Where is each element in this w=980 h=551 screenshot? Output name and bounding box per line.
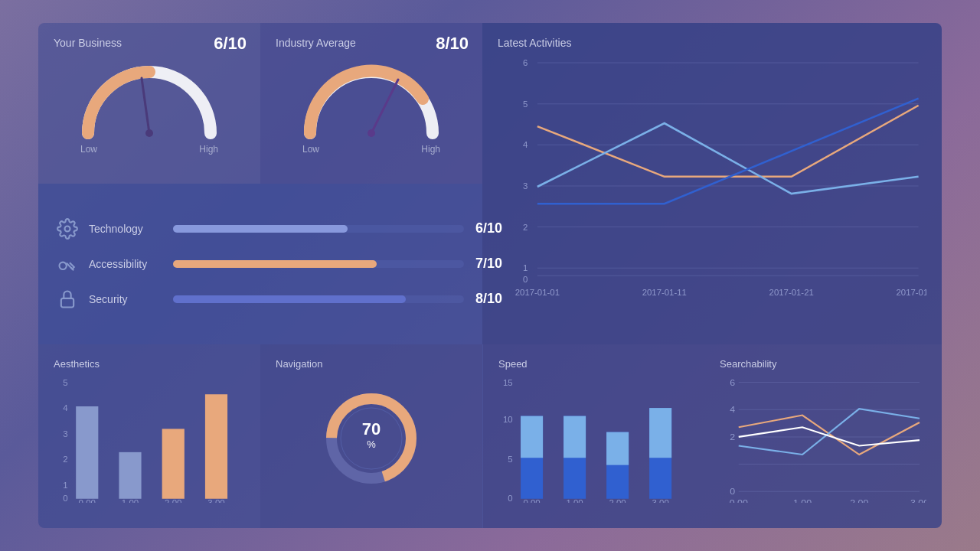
security-label: Security (89, 293, 173, 305)
gauge-labels: Low High (80, 144, 218, 155)
svg-text:2017-01-01: 2017-01-01 (515, 288, 560, 297)
svg-text:5: 5 (523, 99, 528, 109)
bar-0 (76, 406, 98, 499)
searchability-card: Searchability 6 4 2 0 0.00 1.00 2.00 3.0… (704, 344, 942, 528)
svg-text:2: 2 (523, 223, 528, 232)
bar-3 (205, 394, 227, 499)
your-business-gauge: Low High (54, 57, 245, 155)
speed-bar-top-1 (564, 416, 586, 458)
svg-text:3.00: 3.00 (207, 498, 224, 503)
donut-container: 70 % (276, 374, 467, 503)
metric-accessibility: Accessibility 7/10 (57, 253, 464, 275)
security-bar-fill (173, 295, 406, 303)
svg-point-1 (145, 129, 153, 137)
gear-icon (57, 218, 78, 240)
svg-text:1.00: 1.00 (122, 498, 139, 503)
svg-line-2 (371, 80, 398, 133)
svg-text:5: 5 (63, 378, 67, 387)
your-business-card: Your Business 6/10 Low High (38, 23, 260, 184)
searchability-title: Searchability (720, 358, 926, 370)
svg-text:1: 1 (63, 481, 67, 490)
accessibility-bar-fill (173, 260, 377, 268)
latest-activities-title: Latest Activities (498, 37, 926, 49)
lock-icon (57, 289, 78, 310)
accessibility-label: Accessibility (89, 258, 173, 270)
speed-bar-top-0 (521, 416, 543, 458)
svg-text:6: 6 (730, 377, 735, 388)
svg-line-0 (142, 78, 149, 133)
svg-text:2.00: 2.00 (850, 498, 868, 503)
metric-security: Security 8/10 (57, 289, 464, 310)
aesthetics-title: Aesthetics (54, 358, 245, 370)
industry-gauge-labels: Low High (302, 144, 440, 155)
industry-avg-score: 8/10 (436, 34, 469, 54)
svg-text:3: 3 (63, 429, 67, 439)
donut-chart: 70 % (318, 385, 425, 492)
gauge-svg (77, 57, 222, 141)
svg-text:3.00: 3.00 (652, 498, 669, 503)
svg-text:15: 15 (503, 378, 513, 387)
technology-score: 6/10 (475, 220, 502, 236)
speed-bar-top-2 (606, 432, 629, 465)
svg-text:1.00: 1.00 (567, 498, 583, 503)
svg-point-23 (60, 262, 67, 269)
svg-text:0: 0 (63, 494, 67, 503)
svg-text:0: 0 (508, 494, 512, 503)
svg-text:1: 1 (523, 263, 528, 272)
svg-text:0.00: 0.00 (79, 498, 96, 503)
navigation-card: Navigation 70 % (260, 344, 482, 528)
speed-card: Speed 15 10 5 0 0.00 1.00 2.00 3.00 (482, 344, 704, 528)
dashboard: Your Business 6/10 Low High Industry Ave… (38, 23, 942, 528)
technology-bar: 6/10 (173, 225, 464, 233)
svg-point-22 (65, 227, 70, 232)
bar-2 (162, 429, 185, 498)
speed-title: Speed (498, 358, 689, 370)
technology-label: Technology (89, 223, 173, 235)
svg-text:4: 4 (730, 405, 735, 416)
svg-text:0: 0 (523, 276, 528, 285)
industry-avg-card: Industry Average 8/10 Low High (260, 23, 482, 184)
accessibility-score: 7/10 (475, 256, 502, 272)
gauge-high: High (199, 144, 218, 155)
latest-activities-chart: 6 5 4 3 2 1 0 2017-01-01 2017-01-11 2017… (498, 55, 926, 318)
svg-text:2.00: 2.00 (165, 498, 181, 503)
speed-bar-top-3 (649, 408, 671, 458)
svg-text:0.00: 0.00 (730, 498, 748, 503)
svg-text:2.00: 2.00 (609, 498, 626, 503)
searchability-chart: 6 4 2 0 0.00 1.00 2.00 3.00 (720, 374, 926, 503)
svg-text:3: 3 (523, 181, 528, 191)
metric-technology: Technology 6/10 (57, 218, 464, 240)
svg-text:2017-01-11: 2017-01-11 (642, 288, 687, 297)
aesthetics-chart: 5 4 3 2 1 0 0.00 1.00 2.00 3.00 (54, 374, 245, 503)
accessibility-bar: 7/10 (173, 260, 464, 268)
navigation-title: Navigation (276, 358, 467, 370)
svg-point-3 (368, 129, 375, 137)
latest-activities-card: Latest Activities 6 5 4 3 2 1 0 2017-01-… (482, 23, 942, 344)
svg-text:2017-01-31: 2017-01-31 (897, 288, 926, 297)
svg-text:0: 0 (730, 487, 735, 497)
svg-text:2: 2 (730, 432, 735, 442)
your-business-score: 6/10 (214, 34, 247, 54)
industry-gauge: Low High (276, 57, 467, 155)
svg-text:10: 10 (503, 415, 513, 424)
key-icon (57, 253, 78, 275)
security-score: 8/10 (475, 291, 502, 307)
svg-text:1.00: 1.00 (793, 498, 812, 503)
bar-1 (119, 452, 141, 499)
svg-text:70: 70 (362, 419, 381, 439)
svg-text:3.00: 3.00 (910, 498, 926, 503)
svg-rect-24 (61, 298, 74, 308)
svg-text:2: 2 (63, 455, 67, 464)
svg-text:0.00: 0.00 (523, 498, 540, 503)
svg-text:%: % (367, 439, 376, 450)
industry-gauge-low: Low (302, 144, 319, 155)
gauge-low: Low (80, 144, 97, 155)
svg-text:4: 4 (523, 141, 528, 150)
aesthetics-card: Aesthetics 5 4 3 2 1 0 0.00 1.00 2.00 3.… (38, 344, 260, 528)
industry-gauge-svg (299, 57, 444, 141)
metrics-card: Technology 6/10 Accessibility 7/10 (38, 184, 482, 344)
industry-gauge-high: High (421, 144, 440, 155)
speed-chart: 15 10 5 0 0.00 1.00 2.00 3.00 (498, 374, 689, 503)
svg-text:2017-01-21: 2017-01-21 (769, 288, 814, 297)
svg-text:6: 6 (523, 58, 528, 67)
